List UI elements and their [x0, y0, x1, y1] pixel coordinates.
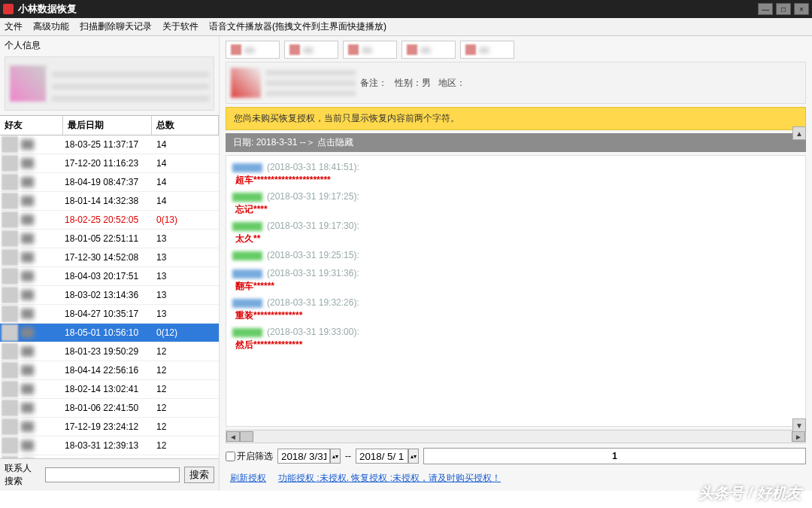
profile-label: 个人信息	[0, 36, 219, 55]
profile-avatar	[10, 65, 46, 102]
msg-timestamp: (2018-03-31 19:31:36):	[267, 268, 359, 278]
tab-1[interactable]: aa	[226, 41, 280, 59]
table-row[interactable]: ██18-04-14 22:56:1612	[0, 361, 219, 380]
row-date: 18-01-23 19:50:29	[63, 346, 152, 357]
table-row[interactable]: ██18-01-14 14:32:3814	[0, 192, 219, 211]
row-avatar	[2, 230, 18, 247]
search-button[interactable]: 搜索	[184, 467, 214, 483]
tab-5[interactable]: aa	[460, 41, 514, 59]
row-date: 18-03-02 13:14:36	[63, 290, 152, 300]
msg-timestamp: (2018-03-31 19:17:25):	[267, 191, 359, 202]
vscroll-up-icon[interactable]: ▲	[792, 126, 806, 140]
row-date: 18-01-05 22:51:11	[63, 233, 152, 244]
chat-message: (2018-03-31 19:17:25):忘记****	[232, 191, 799, 216]
h-scrollbar[interactable]: ◄ ►	[226, 430, 806, 443]
menu-audio-player[interactable]: 语音文件播放器(拖拽文件到主界面快捷播放)	[209, 20, 386, 33]
msg-sender	[232, 269, 262, 278]
row-date: 18-02-25 20:52:05	[63, 214, 152, 225]
filter-checkbox[interactable]: 开启筛选	[226, 450, 273, 463]
row-name: ██	[21, 271, 63, 281]
chat-log[interactable]: (2018-03-31 18:41:51):超车****************…	[226, 155, 806, 427]
row-avatar	[2, 362, 18, 379]
gender-value: 男	[422, 78, 431, 88]
msg-body: 太久**	[235, 233, 799, 245]
row-name: ██	[21, 158, 63, 169]
table-row[interactable]: ██18-01-05 22:51:1113	[0, 230, 219, 248]
table-row[interactable]: ██18-02-25 20:52:050(13)	[0, 211, 219, 230]
row-avatar	[2, 381, 18, 397]
scroll-left-icon[interactable]: ◄	[226, 431, 240, 442]
table-row[interactable]: ██18-03-31 12:39:1312	[0, 437, 219, 455]
col-count[interactable]: 总数	[152, 116, 219, 135]
col-date[interactable]: 最后日期	[63, 116, 152, 135]
date-header[interactable]: 日期: 2018-3-31 --＞ 点击隐藏	[226, 133, 806, 152]
msg-sender	[232, 222, 262, 231]
msg-body: 重装**************	[235, 309, 799, 322]
table-row[interactable]: ██18-01-06 22:41:5012	[0, 399, 219, 418]
date-to-input[interactable]	[356, 449, 408, 464]
table-row[interactable]: ██18-03-02 13:14:3613	[0, 286, 219, 305]
tab-3[interactable]: aa	[343, 41, 397, 59]
row-name: ██	[21, 346, 63, 357]
table-row[interactable]: ██18-04-27 10:35:1713	[0, 305, 219, 324]
row-date: 18-03-25 11:37:17	[63, 139, 152, 150]
profile-blur	[52, 65, 209, 102]
row-count: 13	[152, 309, 219, 319]
date-to-spin[interactable]: ▴▾	[408, 449, 419, 464]
auth-status-link[interactable]: 功能授权 :未授权. 恢复授权 :未授权，请及时购买授权！	[278, 472, 501, 485]
tab-label: aa	[420, 44, 450, 55]
friend-list[interactable]: ██18-03-25 11:37:1714██17-12-20 11:16:23…	[0, 135, 219, 458]
left-panel: 个人信息 好友 最后日期 总数 ██18-03-25 11:37:1714██1…	[0, 36, 220, 491]
row-date: 17-12-30 14:52:08	[63, 252, 152, 263]
row-count: 12	[152, 421, 219, 432]
table-row[interactable]: ██18-03-25 11:37:1714	[0, 135, 219, 154]
table-row[interactable]: ██18-05-01 10:56:100(12)	[0, 324, 219, 342]
chat-message: (2018-03-31 19:25:15):	[232, 250, 799, 265]
table-row[interactable]: ██17-12-30 14:52:0813	[0, 248, 219, 267]
row-count: 14	[152, 196, 219, 206]
table-row[interactable]: ██18-01-23 19:50:2912	[0, 342, 219, 361]
date-sep: --	[345, 451, 351, 461]
row-avatar	[2, 287, 18, 303]
scroll-right-icon[interactable]: ►	[792, 431, 805, 442]
page-number[interactable]: 1	[423, 448, 806, 464]
search-input[interactable]	[45, 467, 180, 482]
row-count: 14	[152, 139, 219, 150]
row-count: 13	[152, 290, 219, 300]
table-row[interactable]: ██18-02-14 13:02:4112	[0, 380, 219, 399]
row-avatar	[2, 174, 18, 190]
minimize-button[interactable]: —	[758, 3, 773, 15]
contact-meta: 备注： 性别：男 地区：	[360, 77, 801, 90]
maximize-button[interactable]: □	[776, 3, 791, 15]
row-avatar	[2, 249, 18, 266]
contact-blur	[265, 69, 356, 96]
scroll-thumb[interactable]	[240, 431, 253, 442]
date-from-spin[interactable]: ▴▾	[330, 449, 341, 464]
filter-check-input[interactable]	[226, 452, 235, 461]
chat-message: (2018-03-31 19:17:30):太久**	[232, 221, 799, 245]
msg-timestamp: (2018-03-31 19:32:26):	[267, 297, 359, 308]
table-row[interactable]: ██18-04-03 20:17:5113	[0, 267, 219, 286]
vscroll-down-icon[interactable]: ▼	[792, 418, 806, 432]
table-row[interactable]: ██18-04-19 08:47:3714	[0, 173, 219, 192]
refresh-auth-link[interactable]: 刷新授权	[230, 472, 266, 485]
date-from-input[interactable]	[277, 449, 330, 464]
close-button[interactable]: ×	[794, 3, 809, 15]
tab-2[interactable]: aa	[284, 41, 338, 59]
menubar: 文件 高级功能 扫描删除聊天记录 关于软件 语音文件播放器(拖拽文件到主界面快捷…	[0, 18, 812, 36]
menu-file[interactable]: 文件	[5, 20, 23, 33]
row-count: 0(13)	[152, 214, 219, 225]
row-count: 13	[152, 252, 219, 263]
menu-about[interactable]: 关于软件	[162, 20, 198, 33]
tab-4[interactable]: aa	[401, 41, 456, 59]
row-name: ██	[21, 252, 63, 263]
menu-advanced[interactable]: 高级功能	[33, 20, 69, 33]
tab-icon	[289, 44, 300, 55]
row-date: 18-04-27 10:35:17	[63, 309, 152, 319]
col-friend[interactable]: 好友	[0, 116, 63, 135]
table-row[interactable]: ██17-12-20 11:16:2314	[0, 154, 219, 173]
row-name: ██	[21, 403, 63, 413]
chat-message: (2018-03-31 19:33:00):然后**************	[232, 327, 799, 351]
menu-scan-deleted[interactable]: 扫描删除聊天记录	[80, 20, 152, 33]
table-row[interactable]: ██17-12-19 23:24:1212	[0, 418, 219, 437]
